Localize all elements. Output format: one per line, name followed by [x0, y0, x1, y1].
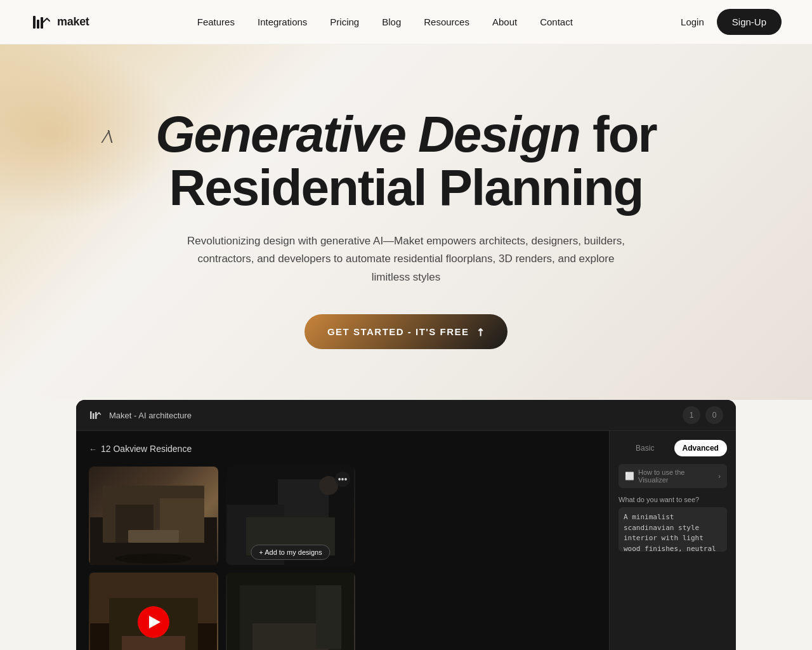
sidebar-tabs: Basic Advanced — [619, 440, 727, 456]
svg-rect-1 — [37, 20, 39, 29]
logo[interactable]: maket — [30, 11, 89, 34]
interior-scene-4 — [226, 573, 355, 650]
nav-item-integrations[interactable]: Integrations — [258, 17, 307, 28]
svg-rect-3 — [90, 411, 92, 419]
nav-item-blog[interactable]: Blog — [382, 17, 401, 28]
svg-rect-2 — [41, 17, 43, 29]
breadcrumb-row: ← 12 Oakview Residence — [89, 444, 596, 454]
sparkle-icon: ⁄\ — [105, 127, 112, 147]
nav-item-about[interactable]: About — [492, 17, 517, 28]
nav-item-pricing[interactable]: Pricing — [330, 17, 359, 28]
nav-item-resources[interactable]: Resources — [424, 17, 469, 28]
nav-item-features[interactable]: Features — [197, 17, 235, 28]
image-grid: ••• + Add to my designs — [89, 467, 355, 650]
sidebar-textarea[interactable] — [619, 507, 727, 552]
sidebar-hint: ⬜ How to use the Visualizer › — [619, 464, 727, 488]
back-arrow-icon[interactable]: ← — [89, 444, 97, 454]
app-preview: Maket - AI architecture 1 0 ← 12 Oakview… — [76, 400, 736, 650]
signup-button[interactable]: Sign-Up — [717, 9, 782, 35]
interior-scene-1 — [89, 467, 218, 565]
svg-point-10 — [115, 554, 192, 564]
navbar: maket Features Integrations Pricing Blog… — [0, 0, 812, 44]
app-logo-small-icon — [89, 408, 103, 422]
hint-icon: ⬜ — [625, 472, 634, 481]
nav-links: Features Integrations Pricing Blog Resou… — [197, 17, 573, 28]
tab-advanced[interactable]: Advanced — [674, 440, 728, 456]
hero-title: Generative Design forResidential Plannin… — [155, 108, 656, 215]
logo-text: maket — [57, 15, 89, 29]
app-bar-btn-1[interactable]: 1 — [683, 406, 700, 424]
svg-rect-4 — [93, 413, 95, 419]
svg-rect-11 — [128, 530, 179, 543]
img-bg-1 — [89, 467, 218, 565]
cta-button[interactable]: GET STARTED - IT'S FREE ↗ — [304, 314, 508, 349]
preview-section: Maket - AI architecture 1 0 ← 12 Oakview… — [61, 400, 751, 650]
sidebar-question-label: What do you want to see? — [619, 496, 727, 503]
grid-image-3 — [89, 573, 218, 650]
play-icon — [149, 616, 160, 628]
svg-rect-20 — [122, 636, 185, 650]
hero-title-italic: Generative Design — [155, 106, 580, 162]
tab-basic[interactable]: Basic — [619, 440, 672, 456]
more-options-button[interactable]: ••• — [335, 472, 350, 487]
img-bg-4 — [226, 573, 355, 650]
add-to-designs-button[interactable]: + Add to my designs — [251, 545, 330, 560]
app-main: ← 12 Oakview Residence — [76, 431, 609, 650]
app-sidebar: Basic Advanced ⬜ How to use the Visualiz… — [609, 431, 736, 650]
login-button[interactable]: Login — [681, 17, 704, 27]
nav-item-contact[interactable]: Contact — [540, 17, 573, 28]
cta-label: GET STARTED - IT'S FREE — [327, 326, 469, 337]
hint-arrow: › — [718, 472, 721, 480]
app-bar-btn-2[interactable]: 0 — [705, 406, 723, 424]
logo-icon — [30, 11, 53, 34]
hint-text: How to use the Visualizer — [638, 468, 714, 484]
app-title: Maket - AI architecture — [109, 411, 192, 420]
hero-subtitle: Revolutionizing design with generative A… — [184, 232, 628, 286]
play-button[interactable] — [138, 606, 169, 638]
project-name: 12 Oakview Residence — [101, 444, 192, 454]
svg-rect-24 — [316, 585, 341, 649]
app-bar-left: Maket - AI architecture — [89, 408, 192, 422]
app-bar: Maket - AI architecture 1 0 — [76, 400, 736, 431]
app-content: ← 12 Oakview Residence — [76, 431, 736, 650]
hero-section: ⁄\ Generative Design forResidential Plan… — [0, 44, 812, 400]
svg-rect-0 — [33, 16, 36, 29]
grid-image-1 — [89, 467, 218, 565]
nav-right: Login Sign-Up — [681, 9, 782, 35]
grid-image-2: ••• + Add to my designs — [226, 467, 355, 565]
grid-image-4 — [226, 573, 355, 650]
app-bar-right: 1 0 — [683, 406, 723, 424]
cta-arrow-icon: ↗ — [473, 324, 488, 339]
